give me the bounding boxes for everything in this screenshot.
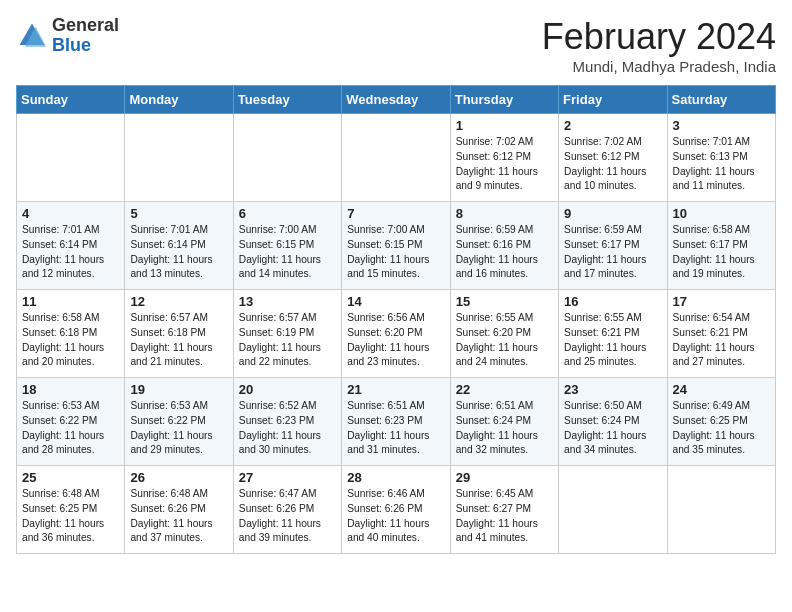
day-info: Sunrise: 7:00 AMSunset: 6:15 PMDaylight:… — [347, 223, 444, 282]
day-info: Sunrise: 6:45 AMSunset: 6:27 PMDaylight:… — [456, 487, 553, 546]
calendar-cell: 18Sunrise: 6:53 AMSunset: 6:22 PMDayligh… — [17, 378, 125, 466]
day-number: 16 — [564, 294, 661, 309]
day-info: Sunrise: 6:51 AMSunset: 6:24 PMDaylight:… — [456, 399, 553, 458]
weekday-header-tuesday: Tuesday — [233, 86, 341, 114]
day-number: 1 — [456, 118, 553, 133]
day-info: Sunrise: 6:57 AMSunset: 6:19 PMDaylight:… — [239, 311, 336, 370]
weekday-header-friday: Friday — [559, 86, 667, 114]
day-number: 26 — [130, 470, 227, 485]
day-info: Sunrise: 7:00 AMSunset: 6:15 PMDaylight:… — [239, 223, 336, 282]
calendar-row-4: 18Sunrise: 6:53 AMSunset: 6:22 PMDayligh… — [17, 378, 776, 466]
day-number: 10 — [673, 206, 770, 221]
calendar-row-1: 1Sunrise: 7:02 AMSunset: 6:12 PMDaylight… — [17, 114, 776, 202]
day-number: 17 — [673, 294, 770, 309]
weekday-header-monday: Monday — [125, 86, 233, 114]
calendar-row-3: 11Sunrise: 6:58 AMSunset: 6:18 PMDayligh… — [17, 290, 776, 378]
calendar-cell: 11Sunrise: 6:58 AMSunset: 6:18 PMDayligh… — [17, 290, 125, 378]
calendar-cell: 25Sunrise: 6:48 AMSunset: 6:25 PMDayligh… — [17, 466, 125, 554]
calendar-cell: 22Sunrise: 6:51 AMSunset: 6:24 PMDayligh… — [450, 378, 558, 466]
day-number: 29 — [456, 470, 553, 485]
calendar-cell: 14Sunrise: 6:56 AMSunset: 6:20 PMDayligh… — [342, 290, 450, 378]
day-number: 28 — [347, 470, 444, 485]
day-info: Sunrise: 6:46 AMSunset: 6:26 PMDaylight:… — [347, 487, 444, 546]
day-number: 15 — [456, 294, 553, 309]
logo-blue-text: Blue — [52, 35, 91, 55]
calendar-cell: 2Sunrise: 7:02 AMSunset: 6:12 PMDaylight… — [559, 114, 667, 202]
calendar-cell: 7Sunrise: 7:00 AMSunset: 6:15 PMDaylight… — [342, 202, 450, 290]
calendar-cell: 28Sunrise: 6:46 AMSunset: 6:26 PMDayligh… — [342, 466, 450, 554]
day-number: 21 — [347, 382, 444, 397]
calendar-cell: 15Sunrise: 6:55 AMSunset: 6:20 PMDayligh… — [450, 290, 558, 378]
day-info: Sunrise: 7:02 AMSunset: 6:12 PMDaylight:… — [564, 135, 661, 194]
day-info: Sunrise: 6:59 AMSunset: 6:17 PMDaylight:… — [564, 223, 661, 282]
day-info: Sunrise: 6:59 AMSunset: 6:16 PMDaylight:… — [456, 223, 553, 282]
calendar-cell: 21Sunrise: 6:51 AMSunset: 6:23 PMDayligh… — [342, 378, 450, 466]
calendar-cell: 6Sunrise: 7:00 AMSunset: 6:15 PMDaylight… — [233, 202, 341, 290]
day-info: Sunrise: 7:01 AMSunset: 6:14 PMDaylight:… — [22, 223, 119, 282]
day-info: Sunrise: 6:53 AMSunset: 6:22 PMDaylight:… — [130, 399, 227, 458]
month-title: February 2024 — [542, 16, 776, 58]
day-info: Sunrise: 6:53 AMSunset: 6:22 PMDaylight:… — [22, 399, 119, 458]
calendar-cell — [125, 114, 233, 202]
logo-general-text: General — [52, 15, 119, 35]
header: General Blue February 2024 Mundi, Madhya… — [16, 16, 776, 75]
day-number: 23 — [564, 382, 661, 397]
calendar-cell: 20Sunrise: 6:52 AMSunset: 6:23 PMDayligh… — [233, 378, 341, 466]
day-info: Sunrise: 6:49 AMSunset: 6:25 PMDaylight:… — [673, 399, 770, 458]
day-number: 13 — [239, 294, 336, 309]
day-info: Sunrise: 6:58 AMSunset: 6:18 PMDaylight:… — [22, 311, 119, 370]
calendar-cell: 24Sunrise: 6:49 AMSunset: 6:25 PMDayligh… — [667, 378, 775, 466]
day-number: 22 — [456, 382, 553, 397]
calendar-cell: 29Sunrise: 6:45 AMSunset: 6:27 PMDayligh… — [450, 466, 558, 554]
calendar-cell — [667, 466, 775, 554]
calendar-cell: 27Sunrise: 6:47 AMSunset: 6:26 PMDayligh… — [233, 466, 341, 554]
day-info: Sunrise: 6:56 AMSunset: 6:20 PMDaylight:… — [347, 311, 444, 370]
day-number: 11 — [22, 294, 119, 309]
day-number: 20 — [239, 382, 336, 397]
day-number: 5 — [130, 206, 227, 221]
day-info: Sunrise: 6:48 AMSunset: 6:25 PMDaylight:… — [22, 487, 119, 546]
day-number: 3 — [673, 118, 770, 133]
day-number: 12 — [130, 294, 227, 309]
calendar-cell: 16Sunrise: 6:55 AMSunset: 6:21 PMDayligh… — [559, 290, 667, 378]
calendar-cell — [233, 114, 341, 202]
weekday-header-saturday: Saturday — [667, 86, 775, 114]
calendar-cell: 12Sunrise: 6:57 AMSunset: 6:18 PMDayligh… — [125, 290, 233, 378]
day-info: Sunrise: 6:57 AMSunset: 6:18 PMDaylight:… — [130, 311, 227, 370]
calendar-cell: 4Sunrise: 7:01 AMSunset: 6:14 PMDaylight… — [17, 202, 125, 290]
title-area: February 2024 Mundi, Madhya Pradesh, Ind… — [542, 16, 776, 75]
day-info: Sunrise: 7:01 AMSunset: 6:13 PMDaylight:… — [673, 135, 770, 194]
day-number: 25 — [22, 470, 119, 485]
weekday-header-thursday: Thursday — [450, 86, 558, 114]
calendar-cell — [559, 466, 667, 554]
day-info: Sunrise: 6:50 AMSunset: 6:24 PMDaylight:… — [564, 399, 661, 458]
day-info: Sunrise: 6:54 AMSunset: 6:21 PMDaylight:… — [673, 311, 770, 370]
day-info: Sunrise: 6:48 AMSunset: 6:26 PMDaylight:… — [130, 487, 227, 546]
day-number: 24 — [673, 382, 770, 397]
weekday-header-row: SundayMondayTuesdayWednesdayThursdayFrid… — [17, 86, 776, 114]
logo: General Blue — [16, 16, 119, 56]
day-number: 6 — [239, 206, 336, 221]
day-number: 9 — [564, 206, 661, 221]
day-number: 4 — [22, 206, 119, 221]
day-info: Sunrise: 6:47 AMSunset: 6:26 PMDaylight:… — [239, 487, 336, 546]
day-number: 2 — [564, 118, 661, 133]
day-number: 8 — [456, 206, 553, 221]
calendar-cell: 3Sunrise: 7:01 AMSunset: 6:13 PMDaylight… — [667, 114, 775, 202]
calendar-cell: 17Sunrise: 6:54 AMSunset: 6:21 PMDayligh… — [667, 290, 775, 378]
day-info: Sunrise: 6:55 AMSunset: 6:20 PMDaylight:… — [456, 311, 553, 370]
calendar-row-5: 25Sunrise: 6:48 AMSunset: 6:25 PMDayligh… — [17, 466, 776, 554]
day-info: Sunrise: 7:01 AMSunset: 6:14 PMDaylight:… — [130, 223, 227, 282]
calendar-cell: 9Sunrise: 6:59 AMSunset: 6:17 PMDaylight… — [559, 202, 667, 290]
calendar-cell — [17, 114, 125, 202]
calendar-cell: 1Sunrise: 7:02 AMSunset: 6:12 PMDaylight… — [450, 114, 558, 202]
day-number: 27 — [239, 470, 336, 485]
calendar-cell: 26Sunrise: 6:48 AMSunset: 6:26 PMDayligh… — [125, 466, 233, 554]
calendar-table: SundayMondayTuesdayWednesdayThursdayFrid… — [16, 85, 776, 554]
calendar-cell: 8Sunrise: 6:59 AMSunset: 6:16 PMDaylight… — [450, 202, 558, 290]
day-info: Sunrise: 6:51 AMSunset: 6:23 PMDaylight:… — [347, 399, 444, 458]
calendar-cell: 10Sunrise: 6:58 AMSunset: 6:17 PMDayligh… — [667, 202, 775, 290]
weekday-header-wednesday: Wednesday — [342, 86, 450, 114]
logo-icon — [16, 20, 48, 52]
day-info: Sunrise: 6:52 AMSunset: 6:23 PMDaylight:… — [239, 399, 336, 458]
